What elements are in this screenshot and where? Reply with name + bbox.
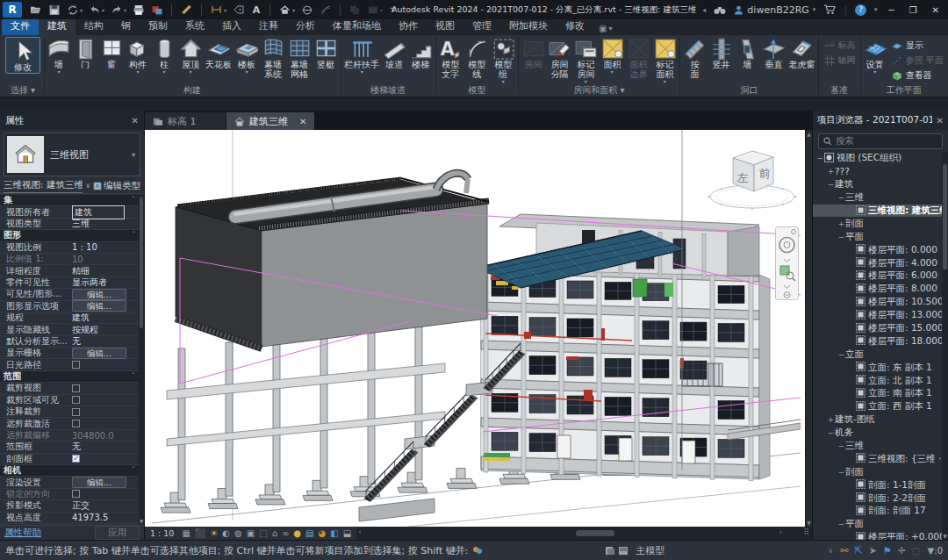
tree-item[interactable]: −三维 — [813, 191, 942, 205]
text-icon[interactable]: A — [251, 4, 262, 15]
checkbox[interactable] — [72, 396, 80, 404]
ribbon-tab-插入[interactable]: 插入 — [213, 18, 250, 35]
property-row-视图比例[interactable]: 视图比例1 : 10 — [0, 242, 139, 254]
ribbon-tab-体量和场地[interactable]: 体量和场地 — [324, 18, 390, 35]
tree-item[interactable]: 三维视图: {三维 · — [813, 452, 942, 465]
tree-item[interactable]: +建筑-图纸 — [813, 413, 942, 427]
tree-item[interactable]: +??? — [813, 165, 942, 178]
ribbon-button-屋顶[interactable]: 屋顶▾ — [177, 36, 204, 74]
tree-item[interactable]: −建筑 — [813, 178, 942, 191]
browser-search-input[interactable]: 搜索 — [818, 133, 943, 149]
ribbon-button-竖梃[interactable]: 竖梃 — [312, 36, 339, 69]
ribbon-button-坡道[interactable]: 坡道 — [381, 36, 407, 69]
ribbon-button-模型组[interactable]: 模型 组▾ — [490, 36, 516, 83]
tree-item[interactable]: 立面: 西 副本 1 — [813, 400, 942, 413]
ribbon-button-标记房间[interactable]: 标记 房间▾ — [572, 36, 599, 83]
sync-icon[interactable]: ▾ — [67, 4, 83, 16]
tree-item[interactable]: −三维 — [813, 440, 942, 453]
properties-close-icon[interactable]: ✕ — [132, 116, 139, 126]
active-workset-select[interactable]: 主模型∨ — [636, 544, 833, 557]
property-row-显示隐藏线[interactable]: 显示隐藏线按规程 — [0, 324, 139, 335]
property-row-视点高度[interactable]: 视点高度41973.5 — [0, 513, 139, 524]
panel-label-6[interactable]: 工作平面 — [862, 85, 946, 97]
properties-scrollbar[interactable]: ▼ — [139, 195, 144, 525]
project-browser-close-icon[interactable]: ✕ — [937, 116, 944, 126]
temporary-view-properties-icon[interactable]: ▤ — [305, 529, 313, 538]
ribbon-button-楼梯[interactable]: 楼梯 — [407, 36, 434, 69]
compact-ribbon-toggle[interactable]: ▣▾ — [599, 24, 612, 35]
property-row-规程[interactable]: 规程建筑 — [0, 312, 139, 324]
property-row-裁剪视图[interactable]: 裁剪视图 — [0, 383, 139, 394]
tree-item[interactable]: 立面: 南 副本 1 — [813, 387, 942, 400]
ribbon-button-模型线[interactable]: 模型 线 — [463, 36, 490, 79]
property-row-远剪裁偏移[interactable]: 远剪裁偏移304800.0 — [0, 430, 139, 442]
ribbon-tab-建筑[interactable]: 建筑 — [39, 18, 75, 35]
tree-item[interactable]: 楼层平面: 10.500 — [813, 296, 942, 309]
property-row-零件可见性[interactable]: 零件可见性显示两者 — [0, 277, 139, 289]
viewport-horizontal-scrollbar[interactable]: ‹›⠿ — [356, 527, 812, 540]
panel-label-5[interactable]: 基准 — [821, 85, 858, 97]
instance-selector-arrow[interactable]: ∨ — [85, 182, 90, 190]
ribbon-button-墙[interactable]: 墙▾ — [46, 36, 72, 74]
print-icon[interactable] — [133, 4, 145, 16]
tree-item[interactable]: 楼层平面: 6.000 — [813, 269, 942, 283]
view-tab-标高 1[interactable]: 标高 1 — [145, 112, 226, 130]
ribbon-tab-管理[interactable]: 管理 — [463, 18, 500, 35]
type-selector-arrow[interactable]: ▾ — [132, 151, 140, 159]
revit-logo[interactable]: R — [3, 2, 22, 18]
reveal-hidden-icon[interactable]: ● — [293, 529, 301, 538]
tree-item[interactable]: −机务 — [813, 427, 942, 440]
apply-button[interactable]: 应用 — [95, 526, 140, 540]
property-row-视图类型[interactable]: 视图类型三维 — [0, 219, 139, 230]
tree-item[interactable]: 剖面: 1-1剖面 — [813, 478, 942, 492]
ribbon-tab-附加模块[interactable]: 附加模块 — [500, 18, 557, 35]
view-tab-close-icon[interactable]: ✕ — [299, 117, 306, 126]
ribbon-button-楼板[interactable]: 楼板▾ — [233, 36, 260, 74]
tree-item[interactable]: 楼层平面: 4.000 — [813, 256, 942, 269]
ribbon-button-按面[interactable]: 按 面 — [681, 36, 707, 79]
property-row-比例值 1:[interactable]: 比例值 1:10 — [0, 254, 139, 265]
tree-item[interactable]: 剖面: 剖面 17 — [813, 505, 942, 518]
tree-item[interactable]: −剖面 — [813, 465, 942, 478]
close-inactive-icon[interactable] — [348, 4, 361, 16]
property-row-渲染设置[interactable]: 渲染设置编辑... — [0, 477, 139, 488]
minimize-button[interactable]: ─ — [886, 5, 898, 15]
worksets-icons[interactable] — [605, 546, 628, 556]
select-elements-icon[interactable]: ➤ — [869, 546, 877, 556]
property-row-裁剪区域可见[interactable]: 裁剪区域可见 — [0, 395, 139, 406]
ribbon-tab-修改[interactable]: 修改 — [557, 18, 593, 35]
property-row-详细程度[interactable]: 详细程度精细 — [0, 265, 139, 276]
panel-label-3[interactable]: 房间和面积 ▾ — [520, 85, 678, 97]
view-tab-建筑三维[interactable]: 建筑三维✕ — [226, 112, 314, 130]
restore-button[interactable]: ❐ — [906, 5, 921, 15]
tree-item[interactable]: 楼层平面: 15.000 — [813, 322, 942, 335]
tree-item[interactable]: 三维视图: 建筑三维 — [813, 205, 942, 218]
ribbon-tab-视图[interactable]: 视图 — [427, 18, 463, 35]
open-icon[interactable] — [29, 4, 42, 16]
ribbon-button-房间分隔[interactable]: 房间 分隔 — [546, 36, 572, 79]
selection-ring-icon[interactable]: ◌ — [912, 546, 921, 556]
ribbon-tab-协作[interactable]: 协作 — [390, 18, 427, 35]
ribbon-button-显示[interactable]: 显示 — [888, 39, 946, 53]
panel-label-4[interactable]: 洞口 — [681, 85, 816, 97]
ribbon-button-模型文字[interactable]: A模型 文字 — [437, 36, 463, 79]
ribbon-tab-分析[interactable]: 分析 — [287, 18, 324, 35]
displace-elements-icon[interactable]: ◧ — [330, 529, 338, 538]
measure-icon[interactable] — [180, 4, 193, 15]
redo-icon[interactable]: ▾ — [111, 4, 126, 15]
edit-button[interactable]: 编辑... — [72, 348, 126, 359]
save-icon[interactable] — [48, 4, 61, 16]
ribbon-button-幕墙网格[interactable]: 幕墙 网格 — [286, 36, 312, 79]
ribbon-tab-注释[interactable]: 注释 — [250, 18, 287, 35]
panel-label-select[interactable]: 选择 ▾ — [4, 85, 42, 97]
tree-item[interactable]: 立面: 北 副本 1 — [813, 374, 942, 387]
property-row-锁定的方向[interactable]: 锁定的方向 — [0, 489, 139, 500]
binoculars-icon[interactable] — [714, 5, 726, 15]
instance-selector[interactable]: 三维视图: 建筑三维 — [4, 179, 83, 193]
tree-item[interactable]: 剖面: 2-2剖面 — [813, 492, 942, 505]
ribbon-tab-钢[interactable]: 钢 — [112, 18, 140, 35]
edit-button[interactable]: 编辑... — [72, 300, 126, 312]
tree-item[interactable]: 楼层平面: +0.000 — [813, 531, 942, 540]
view-cube[interactable]: 左 前 — [707, 146, 803, 216]
ribbon-button-老虎窗[interactable]: 老虎窗 — [786, 36, 816, 69]
